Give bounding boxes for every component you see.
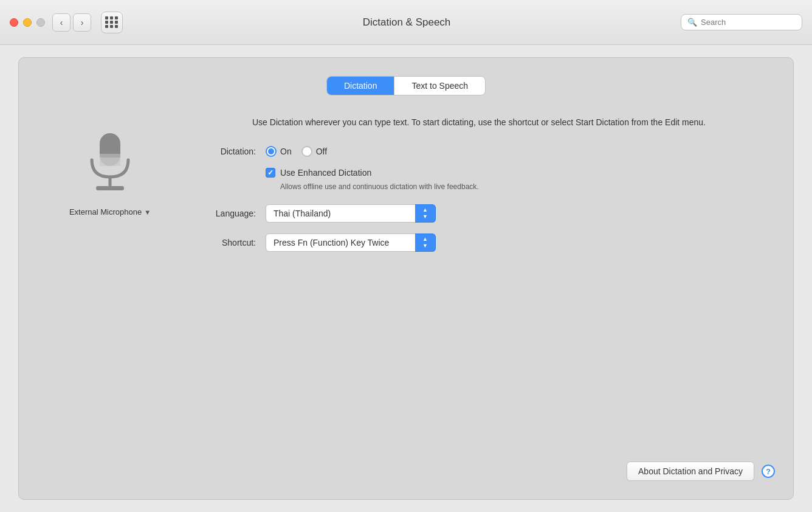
maximize-button[interactable] — [36, 18, 45, 27]
search-box[interactable]: 🔍 — [681, 14, 802, 30]
forward-button[interactable]: › — [73, 13, 91, 32]
tab-dictation[interactable]: Dictation — [327, 77, 394, 95]
dictation-label: Dictation: — [183, 147, 256, 156]
enhanced-label: Use Enhanced Dictation — [280, 168, 371, 178]
left-panel: External Microphone ▼ — [37, 110, 183, 481]
traffic-lights — [10, 18, 45, 27]
svg-rect-2 — [100, 157, 120, 166]
enhanced-checkbox-row: ✓ Use Enhanced Dictation — [266, 168, 775, 178]
dictation-radio-group: On Off — [266, 146, 327, 157]
microphone-selector[interactable]: External Microphone ▼ — [69, 207, 151, 216]
enhanced-section: ✓ Use Enhanced Dictation Allows offline … — [266, 168, 775, 192]
microphone-icon — [83, 128, 137, 198]
dropdown-arrow-icon: ▼ — [144, 209, 151, 216]
close-button[interactable] — [10, 18, 18, 27]
tab-group: Dictation Text to Speech — [326, 76, 486, 95]
microphone-name: External Microphone — [69, 207, 142, 216]
language-select[interactable]: Thai (Thailand) — [266, 204, 436, 223]
grid-icon — [105, 16, 119, 28]
tab-text-to-speech[interactable]: Text to Speech — [394, 77, 485, 95]
tabs-container: Dictation Text to Speech — [37, 76, 775, 95]
language-row: Language: Thai (Thailand) ▲ ▼ — [183, 204, 775, 223]
enhanced-checkbox[interactable]: ✓ — [266, 168, 275, 178]
minimize-button[interactable] — [23, 18, 32, 27]
description-text: Use Dictation wherever you can type text… — [183, 116, 775, 129]
title-bar: ‹ › Dictation & Speech 🔍 — [0, 0, 812, 45]
radio-off-circle[interactable] — [301, 146, 312, 157]
help-button[interactable]: ? — [762, 465, 775, 478]
about-dictation-button[interactable]: About Dictation and Privacy — [627, 462, 754, 481]
radio-on-inner — [268, 148, 274, 154]
radio-on-label: On — [280, 147, 292, 156]
window-title: Dictation & Speech — [132, 16, 681, 29]
bottom-area: About Dictation and Privacy ? — [183, 449, 775, 481]
radio-off-option[interactable]: Off — [301, 146, 327, 157]
shortcut-select[interactable]: Press Fn (Function) Key Twice — [266, 234, 436, 252]
shortcut-arrow-up-icon: ▲ — [422, 237, 428, 242]
nav-buttons: ‹ › — [52, 13, 91, 32]
language-stepper[interactable]: ▲ ▼ — [415, 204, 436, 223]
enhanced-description: Allows offline use and continuous dictat… — [280, 181, 775, 192]
content-area: External Microphone ▼ Use Dictation wher… — [37, 110, 775, 481]
dictation-toggle-row: Dictation: On Off — [183, 146, 775, 157]
shortcut-select-container: Press Fn (Function) Key Twice ▲ ▼ — [266, 234, 436, 252]
back-button[interactable]: ‹ — [52, 13, 71, 32]
radio-on-circle[interactable] — [266, 146, 277, 157]
search-input[interactable] — [701, 18, 796, 27]
radio-off-label: Off — [316, 147, 327, 156]
svg-rect-4 — [96, 186, 124, 190]
main-content: Dictation Text to Speech — [0, 45, 812, 512]
radio-on-option[interactable]: On — [266, 146, 292, 157]
grid-view-button[interactable] — [101, 12, 123, 33]
settings-panel: Dictation Text to Speech — [18, 57, 794, 500]
checkmark-icon: ✓ — [267, 169, 274, 176]
shortcut-label: Shortcut: — [183, 238, 256, 247]
shortcut-stepper[interactable]: ▲ ▼ — [415, 234, 436, 252]
language-label: Language: — [183, 209, 256, 218]
right-panel: Use Dictation wherever you can type text… — [183, 110, 775, 481]
arrow-up-icon: ▲ — [422, 207, 428, 213]
shortcut-row: Shortcut: Press Fn (Function) Key Twice … — [183, 234, 775, 252]
shortcut-arrow-down-icon: ▼ — [422, 243, 428, 249]
arrow-down-icon: ▼ — [422, 214, 428, 220]
search-icon: 🔍 — [687, 18, 697, 27]
language-select-container: Thai (Thailand) ▲ ▼ — [266, 204, 436, 223]
